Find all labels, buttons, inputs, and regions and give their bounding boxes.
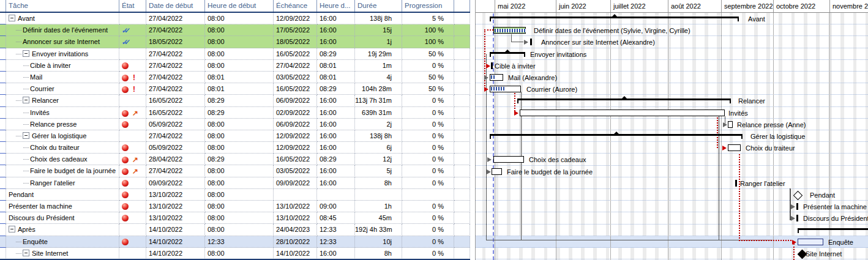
dependency-arrow-icon [486, 64, 490, 69]
critical-dependency-line [793, 243, 795, 260]
gantt-task-label: Définir dates de l'événement (Sylvie, Vi… [534, 27, 690, 34]
dependency-arrow-icon [487, 157, 492, 162]
month-separator [556, 0, 556, 13]
month-label: août 2022 [671, 2, 701, 10]
month-label: juillet 2022 [613, 2, 646, 10]
gantt-task-label: Relancer [738, 97, 765, 105]
gantt-task-label: Cible à inviter [495, 62, 536, 70]
dependency-arrow-icon [791, 216, 795, 221]
month-label: novembre 2022 [832, 2, 868, 10]
gantt-task-bar[interactable] [490, 74, 503, 81]
critical-dependency-line [739, 240, 791, 241]
month-label: octobre 2022 [776, 2, 815, 10]
summary-caret [504, 50, 511, 53]
critical-dependency-line [514, 93, 515, 111]
gantt-task-label: Courrier (Aurore) [526, 86, 577, 93]
gantt-task-tick[interactable] [796, 203, 798, 210]
month-separator [829, 0, 830, 13]
dependency-line [486, 54, 487, 240]
gantt-task-label: Présenter la machine [803, 203, 867, 210]
task-progress-stripes [491, 87, 504, 91]
critical-dependency-line [484, 29, 485, 91]
gantt-task-bar[interactable] [490, 86, 521, 92]
gantt-task-label: Relance presse (Anne) [737, 121, 806, 128]
gantt-task-label: Discours du Président [803, 215, 868, 222]
month-label: septembre 2022 [724, 2, 773, 10]
gantt-row[interactable] [476, 95, 868, 106]
gantt-task-bar[interactable] [493, 156, 524, 163]
dependency-arrow-icon [791, 204, 795, 209]
project-start-line [493, 13, 494, 260]
dependency-arrow-icon [723, 122, 727, 127]
summary-caret [613, 132, 619, 135]
gantt-task-label: Avant [748, 15, 765, 23]
critical-dependency-line [717, 117, 718, 148]
gantt-task-label: Site Internet [806, 250, 842, 258]
task-progress-stripes [491, 75, 496, 79]
gantt-task-tick[interactable] [491, 62, 493, 69]
month-label: mai 2022 [498, 2, 525, 10]
month-gridline [556, 13, 556, 260]
gantt-task-label: Ranger l'atelier [740, 180, 785, 187]
gantt-left-border [475, 0, 476, 260]
gantt-summary-bar[interactable] [798, 228, 868, 230]
gantt-chart: AvantDéfinir dates de l'événement (Sylvi… [0, 0, 868, 260]
dependency-arrow-icon [487, 169, 491, 174]
gantt-task-bar[interactable] [493, 27, 526, 34]
month-separator [721, 0, 722, 13]
gantt-row[interactable] [476, 13, 868, 24]
gantt-task-label: Choix des cadeaux [529, 156, 586, 163]
dependency-line [511, 42, 523, 42]
dependency-arrow-icon [484, 75, 488, 80]
gantt-task-label: Pendant [810, 191, 835, 199]
gantt-task-label: Annoncer sur site Internet (Alexandre) [541, 39, 655, 46]
dependency-arrow-icon [792, 240, 796, 245]
gantt-task-label: Envoyer invitations [530, 51, 586, 58]
gantt-task-bar[interactable] [728, 144, 741, 151]
gantt-task-label: Mail (Alexandre) [508, 74, 557, 81]
month-gridline [721, 13, 722, 260]
timeline-header: mai 2022juin 2022juillet 2022août 2022se… [475, 0, 868, 13]
dependency-arrow-icon [722, 146, 727, 150]
gantt-task-tick[interactable] [530, 39, 532, 45]
gantt-task-bar[interactable] [728, 121, 733, 128]
month-gridline [610, 13, 611, 260]
gantt-row[interactable] [476, 119, 868, 130]
month-separator [668, 0, 668, 13]
gantt-row[interactable] [476, 142, 868, 154]
gantt-task-bar[interactable] [492, 168, 502, 175]
critical-dependency-line [739, 154, 740, 241]
gantt-task-tick[interactable] [796, 215, 798, 221]
gantt-task-label: Invités [728, 110, 748, 117]
gantt-task-label: Gérer la logistique [750, 133, 805, 140]
dependency-arrow-icon [514, 111, 518, 116]
month-separator [610, 0, 611, 13]
gantt-row[interactable] [476, 177, 868, 189]
gantt-task-bar[interactable] [520, 110, 725, 116]
gantt-task-bar[interactable] [798, 239, 823, 245]
summary-caret [621, 96, 627, 99]
dependency-line [486, 240, 773, 240]
gantt-task-tick[interactable] [735, 180, 737, 187]
month-label: juin 2022 [559, 2, 586, 10]
dependency-arrow-icon [524, 40, 528, 45]
gantt-row[interactable] [476, 130, 868, 142]
gantt-row[interactable] [476, 189, 868, 201]
gantt-task-label: Faire le budget de la journée [507, 168, 593, 176]
gantt-row[interactable] [476, 225, 868, 236]
month-separator [773, 0, 774, 13]
gantt-project-window: TâcheÉtatDate de débutHeure de débutÉché… [0, 0, 868, 260]
gantt-row[interactable] [476, 36, 868, 48]
dependency-arrow-icon [484, 87, 488, 92]
month-gridline [829, 13, 830, 260]
gantt-task-label: Choix du traiteur [746, 144, 795, 152]
task-progress-stripes [495, 29, 526, 32]
summary-caret [612, 14, 618, 17]
month-separator [495, 0, 495, 13]
critical-dependency-line [484, 29, 493, 31]
gantt-task-label: Enquête [828, 239, 853, 246]
month-gridline [668, 13, 668, 260]
month-gridline [495, 13, 495, 260]
